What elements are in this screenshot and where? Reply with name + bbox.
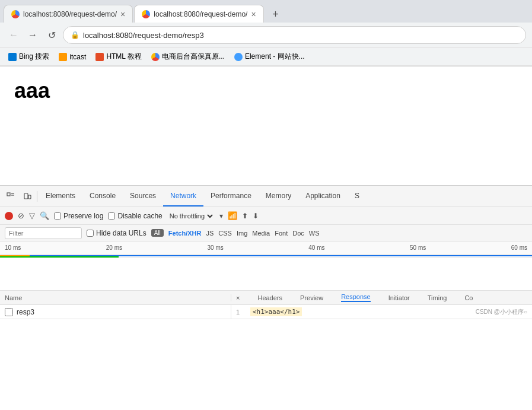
search-icon[interactable]: 🔍: [40, 211, 49, 220]
tab-close-2[interactable]: ×: [251, 9, 256, 19]
all-badge[interactable]: All: [151, 229, 164, 237]
hide-data-urls-checkbox[interactable]: Hide data URLs: [87, 229, 146, 237]
itcast-icon: [59, 53, 67, 61]
inspect-element-icon[interactable]: [4, 189, 18, 204]
disable-cache-checkbox[interactable]: Disable cache: [108, 212, 162, 220]
tab-performance[interactable]: Performance: [203, 186, 259, 206]
waterfall-orange-bar: [0, 255, 30, 256]
forward-button[interactable]: →: [25, 27, 40, 43]
filter-doc[interactable]: Doc: [292, 230, 304, 237]
tab-sources[interactable]: Sources: [123, 186, 163, 206]
nav-bar: ← → ↺ 🔒 localhost:8080/request-demo/resp…: [0, 23, 532, 48]
file-list-row: resp3 1 <h1>aaa</h1> CSDN @小小程序○: [0, 305, 532, 319]
filter-media[interactable]: Media: [252, 230, 270, 237]
watermark-text: CSDN @小小程序○: [476, 308, 527, 316]
timing-col: Timing: [428, 294, 447, 301]
filter-icon[interactable]: ▽: [29, 211, 35, 220]
disable-cache-label: Disable cache: [117, 212, 162, 220]
bookmark-ecommerce-label: 电商后台高保真原...: [162, 52, 225, 62]
bookmark-ecommerce[interactable]: 电商后台高保真原...: [149, 50, 227, 63]
page-content: aaa: [0, 66, 532, 185]
filter-input[interactable]: [5, 227, 82, 239]
filter-row: Hide data URLs All Fetch/XHR JS CSS Img …: [0, 225, 532, 241]
devtools-toolbar: ⊘ ▽ 🔍 Preserve log Disable cache No thro…: [0, 207, 532, 225]
x-col: ×: [236, 294, 240, 301]
tab-application[interactable]: Application: [298, 186, 348, 206]
name-column-header: Name: [0, 294, 231, 301]
svg-rect-0: [7, 193, 10, 196]
address-bar[interactable]: 🔒 localhost:8080/request-demo/resp3: [63, 26, 526, 44]
empty-network-rows: [0, 258, 532, 291]
tab-favicon-2: [142, 10, 150, 18]
filter-js[interactable]: JS: [206, 230, 214, 237]
filter-fetch-xhr[interactable]: Fetch/XHR: [168, 230, 202, 237]
filter-font[interactable]: Font: [275, 230, 288, 237]
reload-button[interactable]: ↺: [44, 27, 59, 43]
bing-icon: [8, 53, 17, 61]
bookmarks-bar: Bing 搜索 itcast HTML 教程 电商后台高保真原... Eleme…: [0, 48, 532, 66]
browser-chrome: localhost:8080/request-demo/ × localhost…: [0, 0, 532, 66]
svg-rect-3: [24, 193, 28, 199]
filter-ws[interactable]: WS: [309, 230, 320, 237]
tab-elements[interactable]: Elements: [39, 186, 82, 206]
timeline-30ms: 30 ms: [208, 244, 224, 251]
timeline-labels: 10 ms 20 ms 30 ms 40 ms 50 ms 60 ms: [5, 244, 527, 251]
tab-favicon-1: [11, 10, 20, 18]
name-label: Name: [5, 294, 22, 301]
bookmark-element[interactable]: Element - 网站快...: [232, 50, 307, 63]
file-name-cell[interactable]: resp3: [0, 305, 231, 319]
column-headers-row: Name × Headers Preview Response Initiato…: [0, 291, 532, 305]
browser-tab-1[interactable]: localhost:8080/request-demo/ ×: [4, 5, 133, 23]
html-icon: [95, 53, 104, 61]
download-icon: ⬇: [253, 212, 259, 220]
bookmark-itcast-label: itcast: [69, 53, 86, 61]
bookmark-bing[interactable]: Bing 搜索: [6, 50, 52, 63]
new-tab-button[interactable]: +: [267, 6, 284, 23]
tab-title-1: localhost:8080/request-demo/: [23, 10, 117, 18]
page-heading: aaa: [14, 78, 518, 103]
filter-css[interactable]: CSS: [218, 230, 232, 237]
bookmark-element-label: Element - 网站快...: [245, 52, 305, 62]
hide-data-urls-label: Hide data URLs: [96, 229, 146, 237]
element-icon: [234, 53, 243, 61]
waterfall-green-bar: [0, 256, 119, 258]
upload-icon: ⬆: [242, 212, 248, 220]
device-toolbar-icon[interactable]: [20, 189, 34, 204]
wifi-icon: 📶: [228, 211, 237, 220]
devtools-panel: Elements Console Sources Network Perform…: [0, 185, 532, 369]
devtools-separator: [37, 191, 37, 202]
bookmark-html[interactable]: HTML 教程: [93, 50, 144, 63]
response-col[interactable]: Response: [341, 293, 371, 302]
throttle-select[interactable]: No throttling: [167, 212, 215, 220]
preserve-log-label: Preserve log: [63, 212, 103, 220]
timeline-60ms: 60 ms: [511, 244, 527, 251]
file-checkbox[interactable]: [5, 308, 13, 316]
headers-col: Headers: [257, 294, 282, 301]
throttle-dropdown-icon: ▾: [219, 212, 223, 220]
tab-extra[interactable]: S: [348, 186, 367, 206]
file-response-cell: 1 <h1>aaa</h1> CSDN @小小程序○: [231, 305, 532, 319]
tab-title-2: localhost:8080/request-demo/: [154, 10, 247, 18]
tab-network[interactable]: Network: [163, 186, 203, 206]
tab-close-1[interactable]: ×: [120, 9, 125, 19]
lock-icon: 🔒: [71, 31, 79, 39]
tab-memory[interactable]: Memory: [259, 186, 298, 206]
line-number: 1: [236, 309, 246, 316]
filter-img[interactable]: Img: [237, 230, 247, 237]
browser-tab-2[interactable]: localhost:8080/request-demo/ ×: [134, 5, 263, 23]
preview-col: Preview: [300, 294, 323, 301]
preserve-log-checkbox[interactable]: Preserve log: [54, 212, 103, 220]
back-button[interactable]: ←: [6, 27, 21, 43]
clear-icon[interactable]: ⊘: [18, 211, 24, 220]
bookmark-bing-label: Bing 搜索: [19, 52, 49, 62]
tab-console[interactable]: Console: [82, 186, 123, 206]
tab-bar: localhost:8080/request-demo/ × localhost…: [0, 0, 532, 23]
response-code: <h1>aaa</h1>: [250, 307, 302, 316]
bookmark-itcast[interactable]: itcast: [56, 52, 88, 62]
initiator-col: Initiator: [388, 294, 410, 301]
bookmark-html-label: HTML 教程: [106, 52, 142, 62]
timeline-20ms: 20 ms: [106, 244, 122, 251]
record-button[interactable]: [5, 212, 13, 220]
devtools-tab-bar: Elements Console Sources Network Perform…: [0, 186, 532, 207]
detail-columns: × Headers Preview Response Initiator Tim…: [231, 293, 532, 302]
